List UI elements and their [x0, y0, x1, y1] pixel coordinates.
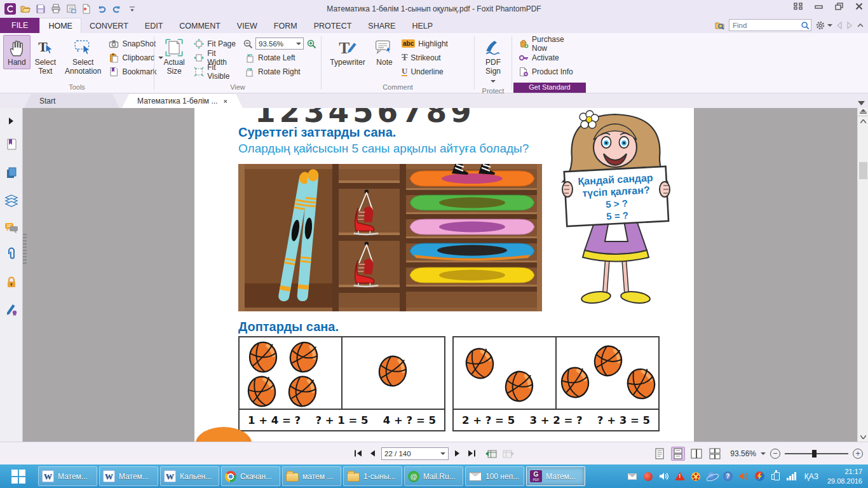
facing-view-icon[interactable] — [689, 447, 703, 461]
tile-windows-icon[interactable] — [793, 2, 803, 11]
document-area[interactable]: 123456789 Суреттегі заттарды сана. Олард… — [23, 108, 868, 442]
scroll-down-icon[interactable] — [858, 432, 868, 442]
product-info-button[interactable]: Product Info — [517, 65, 583, 78]
taskbar-item-mailru[interactable]: Mail.Ru... — [404, 466, 463, 486]
previous-page-icon[interactable] — [369, 449, 376, 458]
find-next-icon[interactable] — [846, 22, 853, 29]
tab-comment[interactable]: COMMENT — [171, 18, 229, 33]
taskbar-item-foxit[interactable]: Матем... — [526, 466, 585, 486]
taskbar-item-word-2[interactable]: Матем... — [99, 466, 158, 486]
sidebar-layers-icon[interactable] — [3, 192, 20, 210]
tray-assistant-icon[interactable] — [722, 471, 733, 482]
underline-button[interactable]: U Underline — [400, 65, 450, 78]
taskbar-item-folder-1[interactable]: матем ... — [282, 466, 341, 486]
close-icon[interactable] — [854, 2, 864, 11]
zoom-slider[interactable] — [785, 453, 848, 454]
split-view-handle[interactable] — [858, 108, 868, 116]
undo-icon[interactable] — [95, 3, 108, 16]
pdf-page[interactable]: 123456789 Суреттегі заттарды сана. Олард… — [194, 108, 694, 442]
tab-share[interactable]: SHARE — [360, 18, 403, 33]
tab-edit[interactable]: EDIT — [137, 18, 171, 33]
sidebar-comments-icon[interactable] — [3, 219, 20, 237]
zoom-out-icon[interactable] — [243, 39, 253, 49]
previous-view-icon[interactable] — [485, 449, 497, 458]
email-doc-icon[interactable] — [64, 3, 78, 16]
sidebar-bookmarks-icon[interactable] — [3, 135, 20, 153]
taskbar-item-word-1[interactable]: Матем... — [38, 466, 97, 486]
tab-file[interactable]: FILE — [0, 18, 39, 33]
pdf-sign-button[interactable]: PDFSign — [478, 35, 508, 86]
save-icon[interactable] — [34, 3, 47, 16]
last-page-icon[interactable] — [467, 449, 476, 458]
hand-tool-button[interactable]: Hand — [3, 35, 31, 69]
zoom-in-button[interactable]: + — [853, 449, 863, 459]
sidebar-expand-icon[interactable] — [3, 112, 20, 130]
start-button[interactable] — [0, 464, 37, 488]
tab-help[interactable]: HELP — [403, 18, 441, 33]
sidebar-attachments-icon[interactable] — [3, 245, 20, 263]
tab-home[interactable]: HOME — [39, 18, 81, 33]
zoom-dropdown-icon[interactable] — [761, 452, 766, 455]
tray-warning-icon[interactable] — [675, 471, 686, 482]
tray-planet-icon[interactable] — [707, 471, 717, 482]
tab-view[interactable]: VIEW — [229, 18, 266, 33]
fit-page-button[interactable]: Fit Page — [192, 37, 238, 50]
typewriter-button[interactable]: T Typewriter — [325, 35, 370, 69]
tray-volume-icon[interactable] — [659, 471, 670, 482]
taskbar-item-folder-2[interactable]: 1-сыны... — [343, 466, 402, 486]
tab-start[interactable]: Start — [24, 94, 119, 108]
page-number-combo[interactable]: 22 / 140 — [381, 447, 449, 460]
actual-size-button[interactable]: Actual Size — [158, 35, 191, 78]
sidebar-signature-icon[interactable] — [3, 300, 20, 318]
tab-convert[interactable]: CONVERT — [81, 18, 137, 33]
close-tab-icon[interactable] — [224, 98, 227, 104]
taskbar-item-mail[interactable]: 100 неп... — [465, 466, 524, 486]
tray-sound-icon[interactable] — [738, 471, 749, 482]
zoom-level-combo[interactable]: 93.56% — [255, 37, 304, 50]
strikeout-button[interactable]: T Strikeout — [400, 51, 450, 64]
zoom-slider-handle[interactable] — [812, 450, 817, 458]
taskbar-item-chrome[interactable]: Скачан... — [221, 466, 280, 486]
tray-flower-icon[interactable] — [691, 471, 702, 482]
tray-daemon-icon[interactable] — [754, 471, 765, 482]
continuous-facing-view-icon[interactable] — [708, 447, 722, 461]
tray-network-icon[interactable] — [786, 471, 797, 482]
panel-resize-handle[interactable] — [23, 234, 27, 266]
search-folder-icon[interactable] — [715, 20, 725, 30]
language-indicator[interactable]: ҚАЗ — [804, 472, 818, 481]
print-icon[interactable] — [49, 3, 62, 16]
next-view-icon[interactable] — [503, 449, 514, 458]
zoom-out-button[interactable]: − — [770, 449, 780, 459]
select-annotation-button[interactable]: Select Annotation — [60, 35, 105, 78]
fit-width-button[interactable]: Fit Width — [192, 51, 238, 64]
foxit-logo-icon[interactable] — [3, 3, 17, 16]
highlight-button[interactable]: abc Highlight — [400, 37, 450, 50]
continuous-view-icon[interactable] — [671, 447, 685, 461]
note-button[interactable]: Note — [370, 35, 398, 69]
find-input[interactable] — [733, 22, 801, 29]
sidebar-security-icon[interactable] — [3, 273, 20, 291]
taskbar-item-word-3[interactable]: Кальен... — [160, 466, 219, 486]
tab-form[interactable]: FORM — [266, 18, 306, 33]
restore-icon[interactable] — [834, 2, 844, 11]
open-file-icon[interactable] — [18, 3, 32, 16]
zoom-in-icon[interactable] — [306, 39, 316, 49]
zoom-combo-dropdown-icon[interactable] — [296, 43, 301, 45]
purchase-now-button[interactable]: Purchase Now — [517, 37, 583, 50]
tab-protect[interactable]: PROTECT — [306, 18, 360, 33]
activate-button[interactable]: Activate — [517, 51, 583, 64]
pdf-sign-dropdown-icon[interactable] — [491, 80, 496, 83]
search-icon[interactable] — [801, 21, 810, 30]
next-page-icon[interactable] — [454, 449, 461, 458]
customize-toolbar-icon[interactable] — [125, 3, 139, 16]
scrollbar-thumb[interactable] — [859, 162, 867, 179]
tray-power-icon[interactable] — [770, 471, 781, 482]
tab-document[interactable]: Математика 1-бөлім ... — [122, 94, 243, 108]
single-page-view-icon[interactable] — [653, 447, 667, 461]
rotate-right-button[interactable]: Rotate Right — [243, 65, 316, 78]
page-combo-dropdown-icon[interactable] — [440, 452, 445, 455]
minimize-icon[interactable] — [813, 2, 824, 11]
first-page-icon[interactable] — [354, 449, 363, 458]
tray-antivirus-icon[interactable] — [643, 471, 654, 482]
rotate-left-button[interactable]: Rotate Left — [243, 51, 316, 64]
